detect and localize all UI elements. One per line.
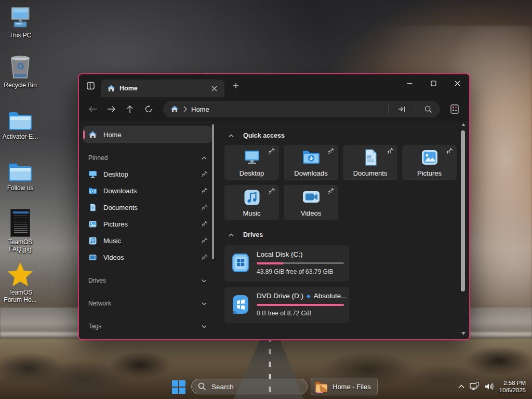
chevron-up-icon[interactable] [229,233,234,237]
desktop-icon-label: TeamOS FAQ.jpg [0,238,41,253]
drive-free-text: 43.89 GiB free of 63.79 GiB [257,268,342,275]
pane-toggle-button[interactable] [82,77,100,95]
quick-access-header[interactable]: Quick access [224,128,454,143]
sidebar-item-label: Downloads [103,187,137,195]
taskbar-task-files[interactable]: Home - Files [311,378,378,395]
tab-close-button[interactable] [208,82,220,95]
desktop-icon-teamos-forum[interactable]: TeamOS Forum Ho... [0,261,41,303]
music-icon [88,236,97,245]
tile-videos[interactable]: Videos [284,185,338,220]
clock-date: 10/6/2025 [499,387,526,394]
pin-icon [328,188,335,194]
tile-label: Downloads [294,169,327,177]
new-tab-button[interactable] [230,79,242,92]
main-scrollbar[interactable] [460,121,467,339]
sidebar-scrollbar[interactable] [211,124,215,340]
desktop-icon-this-pc[interactable]: This PC [0,4,41,39]
scroll-down-arrow[interactable] [461,332,466,335]
sidebar-item-desktop[interactable]: Desktop [83,166,212,182]
sidebar-section-network[interactable]: Network [83,296,212,311]
tile-downloads[interactable]: Downloads [284,145,338,180]
chevron-up-icon[interactable] [458,384,464,389]
address-bar[interactable]: Home [163,101,440,117]
forward-button[interactable] [103,101,119,117]
pin-icon [202,171,208,177]
start-button[interactable] [171,379,187,395]
tile-label: Documents [353,169,388,177]
main-scrollbar-thumb[interactable] [461,130,465,291]
window-body: Home Pinned Desktop [79,121,469,339]
sidebar-section-pinned[interactable]: Pinned [83,150,212,166]
pin-icon [202,204,208,210]
tab-home[interactable]: Home [101,79,224,97]
drive-usage-bar [257,304,344,305]
tile-music[interactable]: Music [224,185,279,220]
quick-access-tiles: Desktop Downloads Do [224,145,463,220]
dvd-drive-icon [231,292,250,317]
addressbar-divider [388,104,389,114]
scroll-up-arrow[interactable] [461,123,466,126]
tab-title: Home [119,85,204,92]
refresh-button[interactable] [140,101,157,117]
documents-icon [88,203,97,212]
drive-card-c[interactable]: Local Disk (C:) 43.89 GiB free of 63.79 … [224,245,349,282]
chevron-up-icon[interactable] [229,134,234,138]
sidebar-item-label: Desktop [103,170,128,178]
tile-desktop[interactable]: Desktop [224,145,279,180]
drives-list: Local Disk (C:) 43.89 GiB free of 63.79 … [224,245,349,323]
sidebar-item-music[interactable]: Music [83,232,212,249]
sidebar-item-label: Music [103,237,121,245]
breadcrumb[interactable]: Home [191,105,209,113]
speaker-icon[interactable] [484,382,494,391]
sidebar-section-drives[interactable]: Drives [83,273,212,288]
pin-icon [328,148,335,154]
pin-icon [202,188,208,194]
drives-header[interactable]: Drives [224,228,454,242]
pictures-icon [421,149,438,166]
drive-usage-fill [257,304,344,306]
documents-icon [363,149,378,166]
sidebar-section-tags[interactable]: Tags [83,318,212,334]
image-thumbnail [10,209,30,237]
pin-icon [387,148,394,154]
sidebar-item-home[interactable]: Home [83,126,212,143]
go-to-button[interactable] [393,102,410,116]
section-label: Network [88,300,202,307]
search-icon[interactable] [419,102,437,116]
sidebar-item-label: Documents [103,204,138,211]
desktop-icon-teamos-faq[interactable]: TeamOS FAQ.jpg [0,207,41,253]
sidebar-item-downloads[interactable]: Downloads [83,182,212,199]
search-placeholder: Search [211,383,234,391]
desktop-icon-activator[interactable]: Activator-E... [0,105,41,140]
back-button[interactable] [84,101,101,117]
file-explorer-window: Home [78,73,470,340]
addressbar-divider [415,104,415,114]
sidebar-item-videos[interactable]: Videos [83,249,212,265]
drive-card-d[interactable]: DVD Drive (D:) ◆ Absolute... 0 B free of… [224,287,349,323]
taskbar-search[interactable]: Search [191,379,308,394]
tile-documents[interactable]: Documents [343,145,397,180]
desktop-icon-label: This PC [0,32,41,39]
drive-usage-fill [257,262,284,264]
network-icon[interactable] [469,382,480,391]
maximize-button[interactable] [421,74,445,92]
section-label: Pinned [88,154,202,162]
home-icon [88,130,97,139]
toggle-details-button[interactable] [445,101,464,117]
screen: This PC ♻ Recycle Bin Activator-E... Fol… [0,0,532,399]
sidebar-item-documents[interactable]: Documents [83,199,212,216]
tile-label: Pictures [417,169,442,177]
search-icon [198,382,206,391]
sidebar-scrollbar-thumb[interactable] [212,124,214,259]
close-button[interactable] [445,74,469,92]
tile-pictures[interactable]: Pictures [402,145,457,180]
sidebar-item-pictures[interactable]: Pictures [83,216,212,232]
up-button[interactable] [122,101,138,117]
taskbar-clock[interactable]: 2:58 PM 10/6/2025 [499,379,529,394]
window-controls [397,74,469,92]
desktop-icon-recycle-bin[interactable]: ♻ Recycle Bin [0,54,41,89]
navigation-bar: Home [79,97,469,121]
desktop-icon-follow-us[interactable]: Follow us [0,157,41,192]
minimize-button[interactable] [397,74,421,92]
section-title: Quick access [243,132,285,139]
